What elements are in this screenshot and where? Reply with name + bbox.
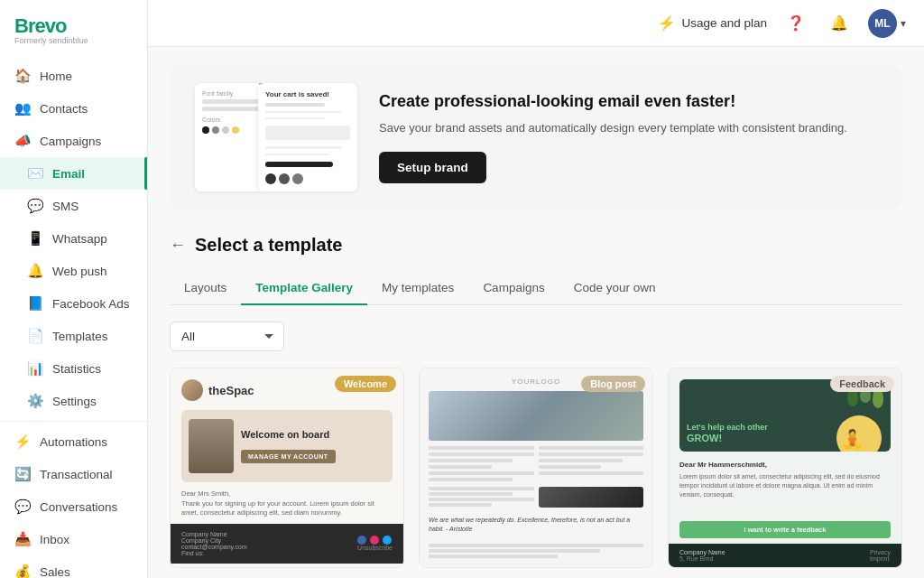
bell-icon: 🔔 <box>830 14 848 32</box>
card-feedback-footer: Company Name 5, Rue Brnd PrivacyImprint <box>669 544 901 567</box>
notifications-icon-button[interactable]: 🔔 <box>825 9 854 38</box>
sidebar-item-label: Contacts <box>40 102 88 116</box>
sidebar-item-sms[interactable]: 💬 SMS <box>0 190 147 222</box>
sidebar-item-transactional[interactable]: 🔄 Transactional <box>0 458 147 490</box>
sidebar-item-templates[interactable]: 📄 Templates <box>0 320 147 352</box>
content-area: NEW Font family Colors Your c <box>148 47 924 578</box>
sidebar-item-label: Facebook Ads <box>52 297 130 311</box>
card-welcome-preview: theSpac Welcome on board MANAGE MY ACCOU… <box>171 368 403 567</box>
card-feedback-body: Lorem ipsum dolor sit amet, consectetur … <box>679 472 891 514</box>
sidebar-divider <box>0 421 147 422</box>
main-content: ⚡ Usage and plan ❓ 🔔 ML ▾ NEW Font famil… <box>148 0 924 578</box>
template-badge-blog: Blog post <box>581 376 645 392</box>
sidebar-item-settings[interactable]: ⚙️ Settings <box>0 385 147 417</box>
sidebar-item-sales[interactable]: 💰 Sales <box>0 555 147 578</box>
category-filter[interactable]: All Welcome Promotional Newsletter Trans… <box>170 322 284 351</box>
sidebar-item-contacts[interactable]: 👥 Contacts <box>0 92 147 125</box>
sidebar-item-label: Email <box>52 167 85 181</box>
sidebar-item-label: Home <box>40 70 72 83</box>
contacts-icon: 👥 <box>14 100 31 117</box>
setup-brand-button[interactable]: Setup brand <box>379 152 486 183</box>
facebookads-icon: 📘 <box>27 295 43 312</box>
sidebar-item-automations[interactable]: ⚡ Automations <box>0 425 147 458</box>
card-logo-text: theSpac <box>208 384 254 397</box>
user-menu[interactable]: ML ▾ <box>868 9 906 38</box>
sidebar-item-facebookads[interactable]: 📘 Facebook Ads <box>0 287 147 320</box>
sidebar-item-webpush[interactable]: 🔔 Web push <box>0 255 147 287</box>
filter-row: All Welcome Promotional Newsletter Trans… <box>170 322 902 351</box>
brand-name: Brevo <box>14 14 133 38</box>
tab-layouts[interactable]: Layouts <box>170 272 241 305</box>
brand-logo: Brevo Formerly sendinblue <box>0 0 147 56</box>
brand-subtitle: Formerly sendinblue <box>14 36 133 45</box>
sidebar-item-label: Transactional <box>40 468 113 481</box>
card-feedback-grow: GROW! <box>687 433 722 443</box>
card-feedback-preview: Let's help each other GROW! 🧘 Dear Mr Ha… <box>669 368 901 567</box>
statistics-icon: 📊 <box>27 360 43 377</box>
template-card-feedback[interactable]: Feedback Let's help each other GROW! <box>668 368 902 568</box>
card-feedback-greeting: Dear Mr Hammerschmidt, <box>679 461 891 469</box>
transactional-icon: 🔄 <box>14 466 31 482</box>
sidebar-item-inbox[interactable]: 📥 Inbox <box>0 523 147 555</box>
sidebar-item-label: Web push <box>52 265 107 278</box>
conversations-icon: 💬 <box>14 499 31 515</box>
sidebar-item-campaigns[interactable]: 📣 Campaigns <box>0 125 147 157</box>
automations-icon: ⚡ <box>14 434 31 450</box>
card-blog-preview: YOURLOGO <box>420 368 652 567</box>
avatar[interactable]: ML <box>868 9 897 38</box>
sidebar-item-email[interactable]: ✉️ Email <box>0 157 147 190</box>
sidebar-item-home[interactable]: 🏠 Home <box>0 60 147 92</box>
home-icon: 🏠 <box>14 68 31 84</box>
templates-icon: 📄 <box>27 328 43 344</box>
campaigns-icon: 📣 <box>14 133 31 149</box>
topbar: ⚡ Usage and plan ❓ 🔔 ML ▾ <box>148 0 924 47</box>
back-button[interactable]: ← <box>170 236 186 255</box>
sidebar-item-label: Conversations <box>40 500 117 514</box>
card-body: Dear Mrs Smith, Thank you for signing up… <box>181 489 393 518</box>
template-tabs: Layouts Template Gallery My templates Ca… <box>170 272 902 305</box>
help-icon-button[interactable]: ❓ <box>781 9 810 38</box>
section-header: ← Select a template <box>170 235 902 256</box>
tab-campaigns[interactable]: Campaigns <box>468 272 559 305</box>
settings-icon: ⚙️ <box>27 393 43 409</box>
section-title: Select a template <box>195 235 342 256</box>
tab-template-gallery[interactable]: Template Gallery <box>241 272 367 305</box>
sidebar: Brevo Formerly sendinblue 🏠 Home 👥 Conta… <box>0 0 148 578</box>
inbox-icon: 📥 <box>14 531 31 547</box>
promo-title: Create professional-looking email even f… <box>379 91 877 112</box>
sidebar-item-label: Sales <box>40 565 70 579</box>
sidebar-item-conversations[interactable]: 💬 Conversations <box>0 490 147 523</box>
sms-icon: 💬 <box>27 198 43 214</box>
promo-banner: NEW Font family Colors Your c <box>170 65 902 210</box>
usage-and-plan-button[interactable]: ⚡ Usage and plan <box>658 14 767 32</box>
card-hero-image <box>189 419 234 473</box>
usage-label: Usage and plan <box>681 16 767 30</box>
sidebar-item-label: Statistics <box>52 362 101 376</box>
card-headline: Welcome on board <box>241 429 385 441</box>
template-card-welcome[interactable]: Welcome theSpac Welcome on board MANAGE … <box>170 368 404 568</box>
card-blog-hero <box>429 391 643 441</box>
question-icon: ❓ <box>787 14 805 32</box>
card-footer-links: Unsubscribe <box>357 545 393 551</box>
sidebar-item-whatsapp[interactable]: 📱 Whatsapp <box>0 222 147 255</box>
sidebar-item-label: Automations <box>40 435 107 449</box>
sidebar-item-statistics[interactable]: 📊 Statistics <box>0 352 147 385</box>
card-hero: Welcome on board MANAGE MY ACCOUNT <box>181 410 393 482</box>
card-feedback-cta: I want to write a feedback <box>679 521 891 538</box>
sidebar-item-label: SMS <box>52 200 79 213</box>
whatsapp-icon: 📱 <box>27 230 43 247</box>
tab-my-templates[interactable]: My templates <box>367 272 468 305</box>
template-badge-feedback: Feedback <box>830 376 894 392</box>
sidebar-item-label: Templates <box>52 330 108 343</box>
tab-code-your-own[interactable]: Code your own <box>559 272 670 305</box>
sales-icon: 💰 <box>14 564 31 578</box>
card-footer: Company Name Company City contact@compan… <box>171 524 403 564</box>
template-card-blog[interactable]: Blog post YOURLOGO <box>419 368 653 568</box>
card-footer-company: Company Name Company City contact@compan… <box>181 531 247 556</box>
card-feedback-figure: 🧘 <box>841 428 864 450</box>
templates-grid: Welcome theSpac Welcome on board MANAGE … <box>170 368 902 568</box>
promo-description: Save your brand assets and automatically… <box>379 119 877 137</box>
card-cta: MANAGE MY ACCOUNT <box>241 450 336 463</box>
chevron-down-icon: ▾ <box>901 17 906 30</box>
promo-card-inner: Your cart is saved! <box>258 83 357 191</box>
